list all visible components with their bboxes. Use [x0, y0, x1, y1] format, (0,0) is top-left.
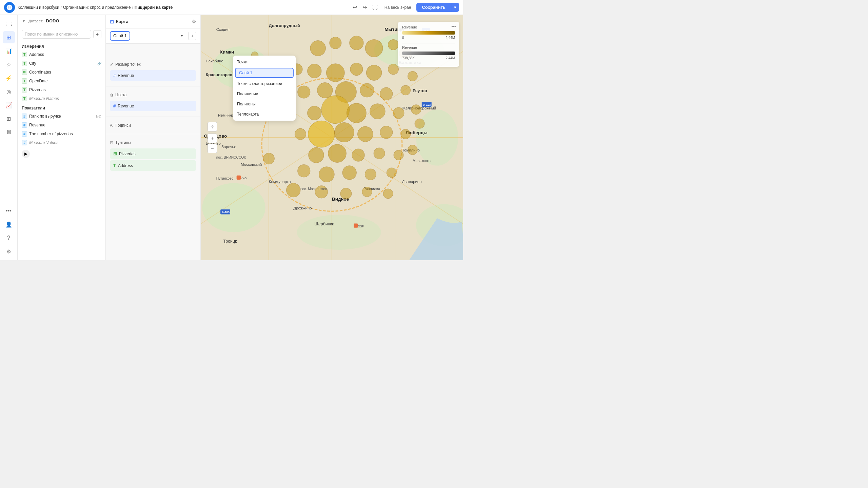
svg-text:Химки: Химки: [220, 49, 234, 55]
field-rank[interactable]: # Rank по выручке fₓ∅: [18, 112, 105, 121]
color-drop-zone[interactable]: # Revenue: [110, 101, 196, 111]
undo-button[interactable]: ↩: [351, 3, 358, 12]
tooltip-address[interactable]: T Address: [110, 160, 196, 171]
monitor-button[interactable]: 🖥: [3, 126, 15, 138]
tooltip-address-icon: T: [113, 163, 116, 168]
share-button[interactable]: ⛶: [371, 3, 379, 12]
svg-point-93: [340, 188, 352, 199]
dropdown-item-clustered[interactable]: Точки с кластеризацией: [233, 79, 296, 89]
fullscreen-button[interactable]: На весь экран: [382, 4, 414, 11]
data-button[interactable]: ⊞: [3, 31, 15, 43]
dropdown-item-heatmap[interactable]: Теплокарта: [233, 109, 296, 119]
app-logo[interactable]: [4, 2, 15, 13]
field-pizzerias[interactable]: T Pizzerias: [18, 85, 105, 94]
field-address[interactable]: T Address: [18, 50, 105, 59]
svg-point-49: [330, 37, 341, 49]
collapse-chevron[interactable]: ▼: [22, 19, 26, 23]
svg-text:Московский: Московский: [241, 162, 262, 166]
search-input[interactable]: [22, 30, 91, 39]
viz-header: ⊡ Карта ⚙: [106, 15, 200, 28]
svg-point-73: [411, 105, 421, 115]
labels-section-header: A Подписи: [106, 121, 200, 130]
field-number-pizzerias[interactable]: # The number of pizzerias: [18, 129, 105, 138]
size-field-hash: #: [113, 73, 116, 78]
more-button[interactable]: •••: [3, 205, 15, 217]
legend-size-bar: [402, 52, 455, 55]
viz-settings-button[interactable]: ⚙: [192, 18, 196, 25]
field-pizzerias-name: Pizzerias: [29, 87, 101, 92]
save-dropdown-button[interactable]: ▾: [451, 3, 459, 12]
analytics-button[interactable]: 📈: [3, 99, 15, 111]
favorites-button[interactable]: ☆: [3, 58, 15, 70]
size-section-label: Размер точек: [115, 62, 141, 67]
svg-point-48: [310, 41, 326, 56]
play-button[interactable]: ▶: [22, 150, 30, 158]
field-revenue-name: Revenue: [29, 123, 101, 127]
field-rank-name: Rank по выручке: [29, 114, 94, 119]
zoom-controls: ⊹ + −: [208, 122, 217, 153]
tooltip-icon: ⊡: [110, 140, 113, 145]
field-measure-values[interactable]: # Measure Values: [18, 138, 105, 147]
svg-point-85: [263, 153, 274, 164]
svg-text:А-105: А-105: [222, 211, 230, 214]
svg-text:OSF: OSF: [358, 225, 364, 228]
svg-point-58: [350, 63, 363, 76]
field-measure-names-name: Measure Names: [29, 96, 101, 101]
svg-point-79: [401, 129, 411, 139]
zoom-in-button[interactable]: +: [208, 134, 217, 143]
svg-point-65: [360, 83, 374, 97]
settings-button[interactable]: ⚙: [3, 245, 15, 258]
dropdown-item-polylines[interactable]: Полилинии: [233, 89, 296, 99]
breadcrumb: Коллекции и воркбуки / Организации: спро…: [18, 5, 349, 10]
legend-divider: [402, 43, 455, 43]
field-number-pizzerias-icon: #: [22, 131, 27, 137]
grid-button[interactable]: ⊞: [3, 113, 15, 125]
svg-rect-38: [237, 176, 241, 180]
legend-more-button[interactable]: •••: [451, 24, 456, 29]
redo-button[interactable]: ↪: [361, 3, 368, 12]
field-coordinates[interactable]: ⊞ Coordinates: [18, 68, 105, 77]
svg-text:А-103: А-103: [423, 103, 431, 106]
add-layer-button[interactable]: +: [188, 32, 196, 40]
breadcrumb-part1[interactable]: Коллекции и воркбуки: [18, 5, 59, 10]
field-rank-icon: #: [22, 114, 27, 119]
dropdown-item-polygons[interactable]: Полигоны: [233, 99, 296, 109]
tooltip-pizzerias[interactable]: ⊞ Pizzerias: [110, 148, 196, 159]
layer-select[interactable]: Слой 1: [110, 31, 130, 41]
svg-text:пос. Мосрентген: пос. Мосрентген: [300, 187, 327, 191]
field-revenue-icon: #: [22, 122, 27, 128]
field-coordinates-icon: ⊞: [22, 69, 27, 75]
connections-button[interactable]: ◎: [3, 85, 15, 98]
label-icon: A: [110, 123, 113, 128]
svg-point-50: [350, 36, 363, 50]
help-button[interactable]: ?: [3, 232, 15, 244]
field-measure-names-icon: T: [22, 96, 27, 101]
svg-text:VKO: VKO: [241, 177, 247, 180]
menu-button[interactable]: ⋮⋮: [3, 18, 15, 30]
legend-range-2: 738,83K 2,44M: [402, 56, 455, 60]
user-button[interactable]: 👤: [3, 218, 15, 230]
field-opendate[interactable]: T OpenDate: [18, 77, 105, 85]
field-measure-names[interactable]: T Measure Names: [18, 94, 105, 103]
field-revenue[interactable]: # Revenue: [18, 121, 105, 129]
save-button[interactable]: Сохранить: [416, 3, 451, 12]
dropdown-item-points[interactable]: Точки: [233, 57, 296, 67]
svg-point-84: [394, 150, 403, 160]
dataset-label: Датасет:: [28, 19, 43, 23]
size-drop-zone[interactable]: # Revenue: [110, 70, 196, 81]
lightning-button[interactable]: ⚡: [3, 72, 15, 84]
field-city[interactable]: T City 🔗: [18, 59, 105, 68]
data-panel: ▼ Датасет: DODO + Измерения T Address T …: [18, 15, 106, 260]
charts-button[interactable]: 📊: [3, 45, 15, 57]
dropdown-item-layer1[interactable]: Слой 1: [235, 68, 294, 78]
svg-point-86: [298, 165, 310, 177]
svg-text:Долгопрудный: Долгопрудный: [269, 23, 300, 28]
breadcrumb-current[interactable]: Пиццерии на карте: [135, 5, 173, 10]
svg-point-74: [295, 128, 306, 140]
breadcrumb-part2[interactable]: Организации: спрос и предложение: [63, 5, 131, 10]
map-icon: ⊡: [110, 19, 114, 24]
zoom-out-button[interactable]: −: [208, 144, 217, 153]
move-control[interactable]: ⊹: [208, 122, 217, 131]
size-section: ⤢ Размер точек # Revenue: [106, 57, 200, 85]
add-field-button[interactable]: +: [93, 30, 101, 38]
